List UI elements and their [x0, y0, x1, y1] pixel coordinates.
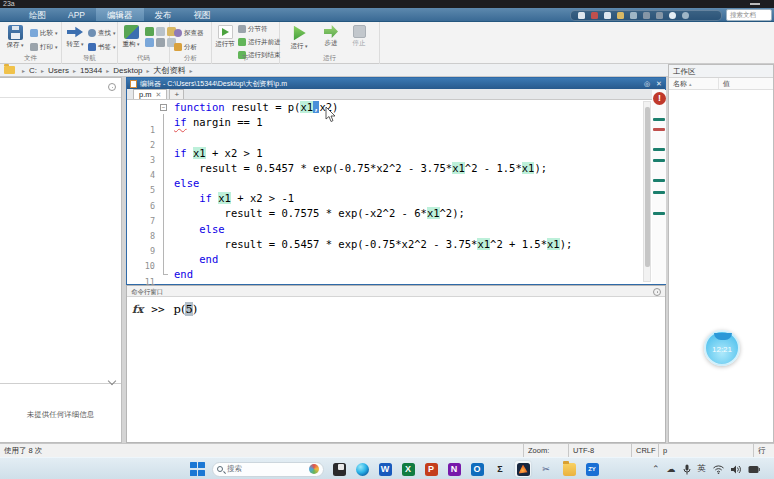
- uncomment-icon[interactable]: [156, 27, 165, 36]
- fx-hint-icon[interactable]: fx: [132, 303, 143, 316]
- toolstrip-tab-4[interactable]: 发布: [144, 8, 183, 21]
- highlight-marker[interactable]: [653, 191, 665, 194]
- taskbar-app-sigma[interactable]: Σ: [492, 461, 508, 477]
- taskbar-app-word[interactable]: W: [377, 461, 393, 477]
- help-icon[interactable]: [669, 12, 676, 19]
- code-line-8[interactable]: result = 0.7575 * exp(-x2^2 - 6*x1^2);: [174, 206, 465, 221]
- show-hidden-icons-chevron[interactable]: ⌃: [652, 461, 660, 477]
- taskbar-app-edge[interactable]: [354, 461, 370, 477]
- close-editor-icon[interactable]: ✕: [653, 78, 665, 89]
- taskbar-app-onenote[interactable]: N: [446, 461, 462, 477]
- undo-icon[interactable]: [630, 12, 637, 19]
- taskbar-app-powerpoint[interactable]: P: [423, 461, 439, 477]
- bookmark-button[interactable]: 书签▾: [88, 42, 116, 52]
- close-tab-icon[interactable]: ✕: [156, 90, 162, 100]
- copy-icon[interactable]: [604, 12, 611, 19]
- taskbar-search[interactable]: 搜索: [212, 462, 324, 477]
- search-highlights-icon[interactable]: [309, 464, 319, 474]
- code-line-4[interactable]: if x1 + x2 > 1: [174, 146, 263, 161]
- battery-icon[interactable]: [748, 465, 760, 474]
- minimize-icon[interactable]: [750, 3, 760, 5]
- wifi-icon[interactable]: [713, 465, 724, 474]
- current-folder-bar[interactable]: ▸ C:▸Users▸15344▸Desktop▸大创资料▸: [0, 64, 774, 77]
- status-encoding[interactable]: UTF-8: [568, 444, 631, 457]
- highlight-marker[interactable]: [653, 159, 665, 162]
- section-break-button[interactable]: 分节符: [238, 24, 268, 34]
- print-button[interactable]: 打印▾: [30, 42, 58, 52]
- community-icon[interactable]: [682, 12, 689, 19]
- run-advance-button[interactable]: 运行并前进: [238, 37, 281, 47]
- indent-icon[interactable]: [145, 38, 154, 47]
- code-line-6[interactable]: else: [174, 176, 199, 191]
- save-quick-icon[interactable]: [578, 12, 585, 19]
- error-badge[interactable]: !: [653, 92, 666, 105]
- highlight-marker[interactable]: [653, 212, 665, 215]
- taskbar-app-outlook[interactable]: O: [469, 461, 485, 477]
- cloud-icon[interactable]: ☁: [667, 461, 676, 477]
- breadcrumb-item[interactable]: 大创资料: [153, 66, 187, 75]
- new-tab-button[interactable]: +: [169, 89, 184, 99]
- profiler-button[interactable]: 探查器: [174, 28, 204, 38]
- speaker-icon[interactable]: [731, 465, 741, 474]
- comment-icon[interactable]: [145, 27, 154, 36]
- toolstrip-tab-1[interactable]: 绘图: [18, 8, 57, 21]
- taskbar-app-snip-tool[interactable]: ✂: [538, 461, 554, 477]
- highlight-marker[interactable]: [653, 179, 665, 182]
- command-input[interactable]: p(5): [174, 302, 198, 316]
- column-header-name[interactable]: 名称▴: [669, 78, 719, 89]
- breadcrumb-item[interactable]: Desktop: [112, 66, 143, 75]
- highlight-marker[interactable]: [653, 118, 665, 121]
- code-fold-icon[interactable]: −: [160, 104, 167, 111]
- run-button[interactable]: 运行 ▾: [288, 24, 310, 56]
- outdent-icon[interactable]: [156, 38, 165, 47]
- compare-button[interactable]: 比较▾: [30, 28, 58, 38]
- status-line-ending[interactable]: CRLF: [631, 444, 658, 457]
- code-line-10[interactable]: result = 0.5457 * exp(-0.75*x2^2 - 3.75*…: [174, 237, 572, 252]
- code-line-9[interactable]: else: [174, 222, 225, 237]
- run-section-button[interactable]: 运行节: [214, 24, 236, 56]
- highlight-marker[interactable]: [653, 148, 665, 151]
- paste-icon[interactable]: [617, 12, 624, 19]
- floating-timer-bubble[interactable]: 12:21: [704, 330, 740, 366]
- microphone-icon[interactable]: [683, 464, 691, 475]
- taskbar-app-zy[interactable]: ZY: [584, 461, 600, 477]
- code-line-1[interactable]: function result = p(x1,x2): [174, 100, 338, 115]
- scrollbar-thumb[interactable]: [645, 107, 650, 267]
- toolstrip-tab-2[interactable]: APP: [57, 8, 96, 21]
- toolstrip-tab-5[interactable]: 视图: [183, 8, 222, 21]
- taskbar-app-excel[interactable]: X: [400, 461, 416, 477]
- column-header-value[interactable]: 值: [719, 78, 730, 89]
- command-prompt-line[interactable]: fx >> p(5): [132, 302, 197, 316]
- taskbar-app-file-explorer[interactable]: [561, 461, 577, 477]
- step-button[interactable]: 步进: [320, 24, 342, 56]
- breadcrumb-item[interactable]: C:: [28, 66, 38, 75]
- cut-icon[interactable]: [591, 12, 598, 19]
- taskbar-app-task-view[interactable]: [331, 461, 347, 477]
- ime-language-indicator[interactable]: 英: [698, 463, 707, 475]
- analyze-button[interactable]: 分析: [174, 42, 197, 52]
- refactor-button[interactable]: 重构 ▾: [120, 24, 142, 56]
- goto-button[interactable]: 转至 ▾: [64, 24, 86, 56]
- start-button[interactable]: [190, 462, 205, 477]
- find-button[interactable]: 查找▾: [88, 28, 116, 38]
- code-line-12[interactable]: end: [174, 267, 193, 282]
- code-line-5[interactable]: result = 0.5457 * exp(-0.75*x2^2 - 3.75*…: [174, 161, 547, 176]
- print-quick-icon[interactable]: [656, 12, 663, 19]
- editor-scrollbar[interactable]: [643, 101, 651, 282]
- details-divider[interactable]: [0, 383, 121, 384]
- save-button[interactable]: 保存 ▾: [4, 24, 26, 56]
- code-line-11[interactable]: end: [174, 252, 218, 267]
- taskbar-app-matlab[interactable]: [515, 461, 531, 477]
- panel-menu-icon[interactable]: [108, 83, 116, 91]
- redo-icon[interactable]: [643, 12, 650, 19]
- warning-marker[interactable]: [653, 128, 665, 131]
- undock-icon[interactable]: ◎: [641, 78, 653, 89]
- doc-search-input[interactable]: 搜索文档: [726, 9, 772, 21]
- tab-p-m[interactable]: p.m ✕: [133, 89, 167, 99]
- stop-button[interactable]: 停止: [348, 24, 370, 56]
- command-window[interactable]: 命令行窗口 fx >> p(5): [126, 285, 666, 443]
- command-window-menu-icon[interactable]: [653, 288, 661, 296]
- status-zoom[interactable]: Zoom: 175%: [523, 444, 568, 457]
- breadcrumb-item[interactable]: 15344: [79, 66, 103, 75]
- breadcrumb-item[interactable]: Users: [47, 66, 70, 75]
